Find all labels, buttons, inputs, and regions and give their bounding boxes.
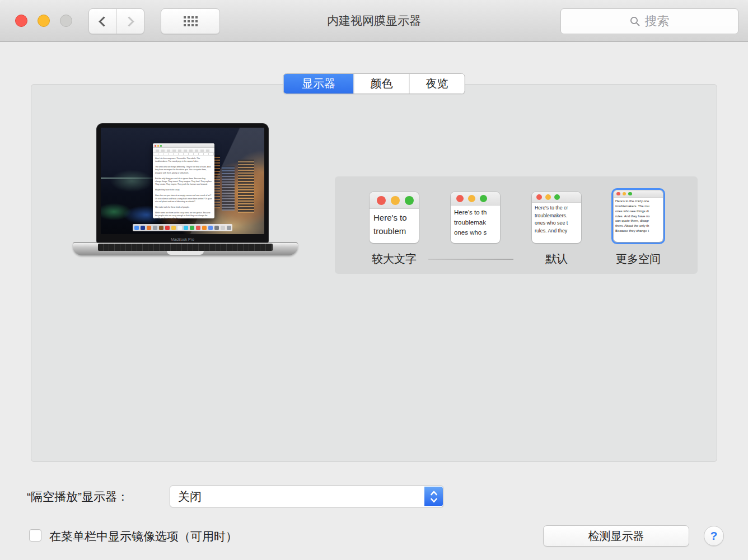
traffic-light-icon [377,196,386,205]
textedit-window-preview: Here's to the crazy ones. The misfits. T… [153,143,214,218]
traffic-light-icon [405,196,414,205]
airplay-label: “隔空播放”显示器： [27,489,129,505]
device-label: MacBook Pro [97,237,268,241]
traffic-light-icon [157,145,159,147]
tab-label: 显示器 [302,76,335,91]
tab-night-shift[interactable]: 夜览 [409,74,465,94]
search-input[interactable]: 搜索 [560,8,738,34]
dock-icon [147,226,151,230]
thumb-titlebar [532,192,581,203]
question-mark-icon: ? [710,529,718,543]
forward-button[interactable] [116,9,144,34]
search-placeholder: 搜索 [645,13,670,30]
textedit-toolbar [153,148,214,153]
dock-icon [184,226,188,230]
scaled-resolution-options: Here's to troublem Here's to th troublem… [335,176,698,274]
traffic-light-icon [628,192,632,196]
scale-option-larger-text[interactable]: Here's to troublem [370,192,419,243]
search-icon [630,16,641,27]
show-all-preferences-button[interactable] [161,8,220,34]
help-button[interactable]: ? [704,526,724,546]
tab-color[interactable]: 颜色 [354,74,409,94]
thumb-preview-text: Here's to the crazy one troublemakers. T… [614,198,663,235]
thumb-titlebar [370,192,419,209]
dropdown-capsule [424,487,443,506]
dock-icon [165,226,170,230]
thumb-titlebar [451,192,500,206]
traffic-light-icon [616,192,620,196]
zoom-window-button-disabled [60,15,72,27]
thumb-preview-text: Here's to th troublemak ones who s [451,206,500,240]
tab-displays[interactable]: 显示器 [284,74,354,94]
scale-option-2[interactable]: Here's to th troublemak ones who s [451,192,500,243]
textedit-text: Here's to the crazy ones. The misfits. T… [153,156,214,218]
traffic-light-icon [480,195,487,202]
scale-label-default: 默认 [545,251,568,267]
scale-label-more-space: 更多空间 [616,251,661,267]
scale-option-more-space-selected[interactable]: Here's to the crazy one troublemakers. T… [611,188,665,244]
mirroring-checkbox-label[interactable]: 在菜单栏中显示镜像选项（可用时） [49,529,237,544]
scale-option-more-space: Here's to the crazy one troublemakers. T… [614,190,663,242]
dock-icon [177,226,182,230]
dock-icon [227,226,231,230]
thumb-titlebar [614,190,663,198]
traffic-light-icon [536,194,542,200]
wallpaper: Here's to the crazy ones. The misfits. T… [101,128,264,234]
dock [133,224,232,231]
dock-icon [159,226,163,230]
macbook-base [73,242,298,255]
back-button[interactable] [89,9,116,34]
dock-icon [141,226,145,230]
dock-icon [196,226,200,230]
macbook-lid-notch [167,251,204,255]
chevron-right-icon [124,16,134,26]
traffic-light-icon [155,145,156,147]
dock-icon [171,226,176,230]
scale-label-divider [428,259,513,260]
dock-icon [190,226,194,230]
traffic-light-icon [545,194,551,200]
airplay-dropdown[interactable]: 关闭 [170,486,444,507]
traffic-light-icon [554,194,560,200]
chevron-up-down-icon [429,489,438,505]
close-window-button[interactable] [15,15,27,27]
tab-bar: 显示器 颜色 夜览 [283,73,465,94]
macbook-preview-screen: Here's to the crazy ones. The misfits. T… [97,124,268,242]
tab-label: 夜览 [426,76,448,91]
mirroring-checkbox[interactable] [29,529,41,542]
scale-option-default[interactable]: Here's to the cr troublemakers. ones who… [532,192,581,243]
traffic-light-icon [160,145,162,147]
detect-displays-button[interactable]: 检测显示器 [543,525,689,547]
dock-icon [221,226,225,230]
dock-icon [134,226,139,230]
dock-icon [153,226,157,230]
dock-icon [208,226,213,230]
thumb-preview-text: Here's to troublem [370,209,419,240]
window-title: 内建视网膜显示器 [224,0,524,41]
detect-displays-label: 检测显示器 [588,529,644,544]
dock-icon [214,226,219,230]
traffic-light-icon [456,195,464,202]
macbook-keyboard [98,244,273,251]
chevron-left-icon [99,16,109,26]
traffic-light-icon [623,192,627,196]
grid-icon [184,16,198,26]
navigation-buttons [88,8,144,34]
traffic-light-icon [391,196,400,205]
dock-icon [202,226,207,230]
title-bar: 内建视网膜显示器 搜索 [0,0,748,42]
airplay-value: 关闭 [170,489,202,505]
traffic-light-icon [468,195,475,202]
textedit-titlebar [153,143,214,148]
scale-label-larger-text: 较大文字 [372,251,417,267]
tab-label: 颜色 [371,76,393,91]
thumb-preview-text: Here's to the cr troublemakers. ones who… [532,203,581,237]
system-preferences-window: 内建视网膜显示器 搜索 显示器 颜色 夜览 [0,0,748,560]
minimize-window-button[interactable] [38,15,50,27]
